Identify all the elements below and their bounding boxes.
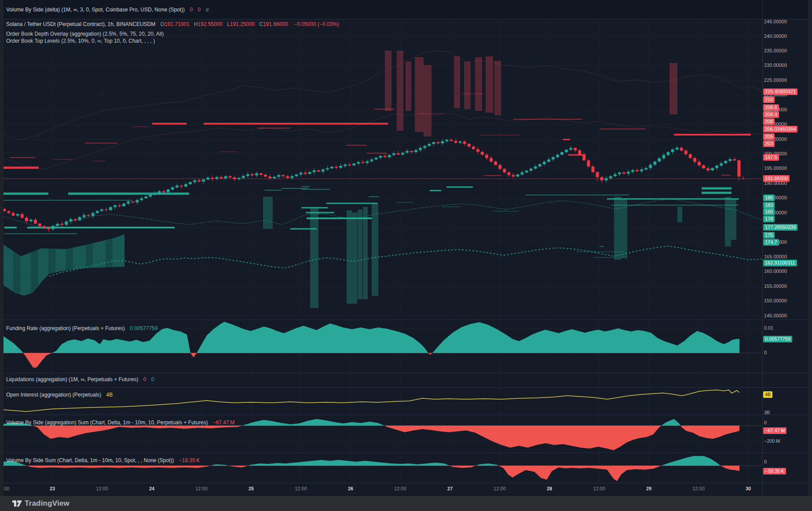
time-label[interactable]: 12:00 xyxy=(394,486,406,491)
price-label[interactable]: 177.28550339 xyxy=(763,224,797,231)
funding-value: 0.00577759 xyxy=(130,325,157,331)
symbol-title: Solana / Tether USDt (Perpetual Contract… xyxy=(6,21,155,27)
time-label[interactable]: 30 xyxy=(746,486,751,491)
price-label[interactable]: 0.00577759 xyxy=(763,336,792,342)
price-label[interactable]: 160.00000 xyxy=(764,268,787,275)
time-label[interactable]: 12:00 xyxy=(692,486,705,491)
pane-header-volume-delta[interactable]: Volume By Side (delta) (1M, ∞, 3, 0, Spo… xyxy=(6,7,209,13)
price-label[interactable]: 150.00000 xyxy=(764,298,787,304)
time-label[interactable]: 23 xyxy=(50,486,55,491)
pane-separator[interactable] xyxy=(4,452,808,453)
price-label[interactable]: 208.6 xyxy=(763,104,779,111)
indicator-header-top-levels[interactable]: Order Book Top Levels (2.5%, 10%, 0, ∞, … xyxy=(6,38,155,44)
tradingview-chart-window: { "colors":{ "background":"#141a26","gri… xyxy=(0,0,812,511)
pane-separator[interactable] xyxy=(4,483,808,483)
price-label[interactable]: 230.00000 xyxy=(764,62,787,69)
change-value: −0.05000 (−0.03%) xyxy=(294,21,339,27)
pane-header-vbs-agg[interactable]: Volume By Side (aggregation) Sum (Chart,… xyxy=(6,419,234,426)
pane-header-vbs-spot[interactable]: Volume By Side Sum (Chart, Delta, 1m - 1… xyxy=(6,457,200,463)
price-label[interactable]: 145.00000 xyxy=(764,312,787,319)
vbs-agg-title: Volume By Side (aggregation) Sum (Chart,… xyxy=(6,419,208,426)
pane-separator[interactable] xyxy=(4,19,808,19)
price-label[interactable]: 0.01 xyxy=(764,325,773,331)
price-label[interactable]: 0 xyxy=(764,349,767,356)
price-label[interactable]: −18.35 K xyxy=(763,468,786,474)
volume-delta-suffix: ø xyxy=(205,7,208,13)
pane-separator[interactable] xyxy=(4,373,808,373)
pane-header-open-interest[interactable]: Open Interest (aggregation) (Perpetuals)… xyxy=(6,392,113,398)
price-label[interactable]: 225.00000 xyxy=(764,77,787,84)
time-label[interactable]: 12:00 xyxy=(295,486,307,491)
price-label[interactable]: 235.00000 xyxy=(764,48,787,54)
price-label[interactable]: 210 xyxy=(763,96,775,103)
price-label[interactable]: 0 xyxy=(764,459,767,465)
price-label[interactable]: 3B xyxy=(764,409,770,416)
price-axis-border xyxy=(762,0,763,496)
vbs-agg-value: −67.47 M xyxy=(213,419,234,426)
pane-separator[interactable] xyxy=(4,320,808,320)
price-label[interactable]: 220.40900421 xyxy=(763,88,797,95)
volume-delta-title: Volume By Side (delta) (1M, ∞, 3, 0, Spo… xyxy=(6,7,185,13)
price-label[interactable]: 180 xyxy=(763,209,775,215)
price-label[interactable]: 205 xyxy=(763,133,775,140)
volume-delta-value-sell: 0 xyxy=(198,7,201,13)
symbol-header[interactable]: Solana / Tether USDt (Perpetual Contract… xyxy=(6,21,339,27)
time-label[interactable]: 00 xyxy=(4,486,9,491)
price-label[interactable]: 206.03450394 xyxy=(763,126,797,132)
price-label[interactable]: 208 xyxy=(763,118,775,125)
time-label[interactable]: 12:00 xyxy=(96,486,108,491)
indicator-header-depth-overlay[interactable]: Order Book Depth Overlay (aggregation) (… xyxy=(6,31,164,37)
price-label[interactable]: 245.00000 xyxy=(764,18,787,25)
time-label[interactable]: 12:00 xyxy=(593,486,605,491)
price-label[interactable]: 174.7 xyxy=(763,239,779,246)
open-interest-value: 4B xyxy=(106,392,113,398)
time-label[interactable]: 27 xyxy=(447,486,453,491)
chart-canvas[interactable] xyxy=(0,0,812,511)
liquidations-value-short: 0 xyxy=(151,376,154,382)
tradingview-logo-icon[interactable] xyxy=(12,500,22,507)
price-label[interactable]: 191.66000 xyxy=(763,175,790,182)
open-interest-title: Open Interest (aggregation) (Perpetuals) xyxy=(6,392,101,398)
pane-header-funding[interactable]: Funding Rate (aggregation) (Perpetuals +… xyxy=(6,325,158,331)
price-label[interactable]: 183 xyxy=(763,202,775,209)
price-label[interactable]: 203 xyxy=(763,140,775,147)
price-label[interactable]: 155.00000 xyxy=(764,283,787,290)
time-label[interactable]: 25 xyxy=(249,486,254,491)
price-label[interactable]: 165.00000 xyxy=(764,254,787,260)
price-label[interactable]: 175 xyxy=(763,232,775,239)
time-label[interactable]: 12:00 xyxy=(494,486,506,491)
vbs-spot-title: Volume By Side Sum (Chart, Delta, 1m - 1… xyxy=(6,457,174,463)
pane-separator[interactable] xyxy=(4,387,808,388)
price-label[interactable]: 195.00000 xyxy=(764,165,787,172)
depth-mountain xyxy=(4,229,124,299)
price-label[interactable]: 162.91100311 xyxy=(763,260,797,266)
top-levels-title: Order Book Top Levels (2.5%, 10%, 0, ∞, … xyxy=(6,38,155,44)
price-label[interactable]: 185 xyxy=(763,195,775,201)
liquidations-title: Liquidations (aggregation) (1M, ∞, Perpe… xyxy=(6,376,138,382)
price-label[interactable]: −200 M xyxy=(764,438,780,445)
pane-separator[interactable] xyxy=(4,415,808,415)
plot-layers xyxy=(3,19,763,483)
price-label[interactable]: 178 xyxy=(763,216,775,222)
ohlc-values: O191.71001H192.55000L191.25000C191.66000 xyxy=(161,21,293,27)
volume-delta-value-buy: 0 xyxy=(190,7,193,13)
price-label[interactable]: 0 xyxy=(764,419,767,426)
pane-header-liquidations[interactable]: Liquidations (aggregation) (1M, ∞, Perpe… xyxy=(6,376,154,382)
time-label[interactable]: 24 xyxy=(149,486,154,491)
vbs-spot-value: −18.35 K xyxy=(179,457,200,463)
price-label[interactable]: 208.4 xyxy=(763,111,779,118)
depth-overlay-title: Order Book Depth Overlay (aggregation) (… xyxy=(6,31,164,37)
time-label[interactable]: 29 xyxy=(646,486,651,491)
time-label[interactable]: 28 xyxy=(547,486,552,491)
price-label[interactable]: 197.5 xyxy=(763,154,779,161)
funding-title: Funding Rate (aggregation) (Perpetuals +… xyxy=(6,325,125,331)
liquidations-value-long: 0 xyxy=(143,376,146,382)
time-label[interactable]: 26 xyxy=(348,486,353,491)
price-label[interactable]: −67.47 M xyxy=(763,427,786,434)
price-label[interactable]: 4B xyxy=(763,391,772,398)
price-label[interactable]: 240.00000 xyxy=(764,33,787,40)
time-label[interactable]: 12:00 xyxy=(195,486,208,491)
